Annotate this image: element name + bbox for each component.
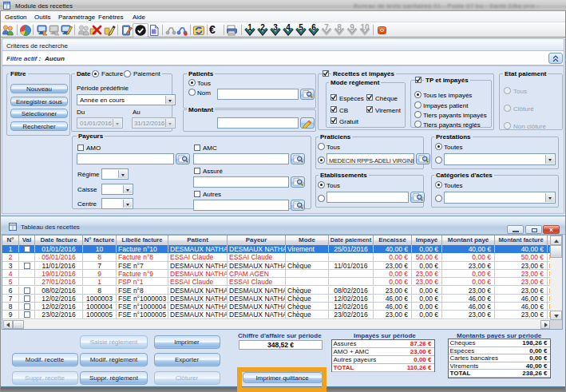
svg-text:6: 6 (311, 23, 316, 32)
svg-text:5: 5 (299, 23, 303, 32)
svg-text:7: 7 (324, 23, 329, 32)
svg-text:10: 10 (361, 23, 370, 32)
svg-text:1: 1 (247, 23, 252, 32)
svg-text:2: 2 (260, 23, 265, 32)
svg-text:4: 4 (286, 23, 291, 32)
svg-text:9: 9 (350, 23, 354, 32)
svg-text:3: 3 (273, 23, 278, 32)
svg-text:8: 8 (337, 23, 342, 32)
